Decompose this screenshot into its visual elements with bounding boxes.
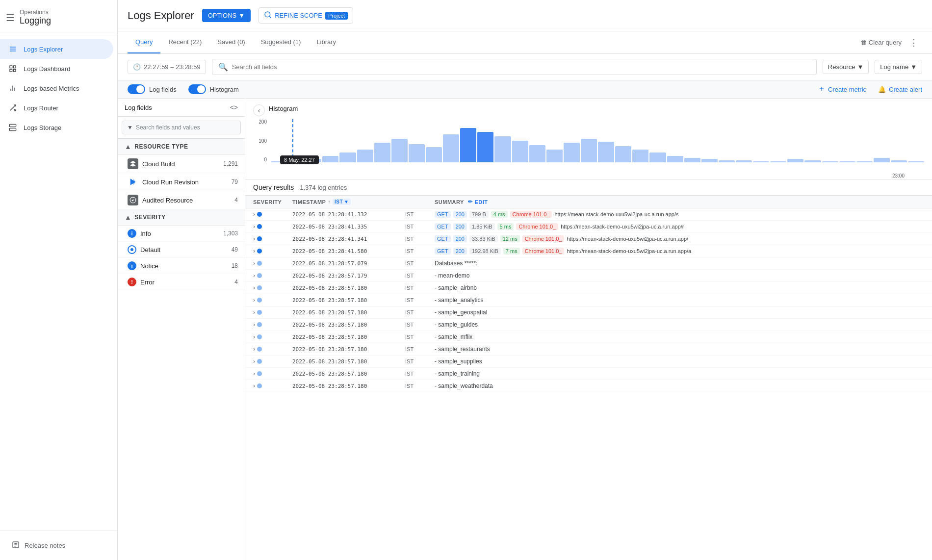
table-row[interactable]: ›2022-05-08 23:28:57.180IST- sample_mfli…	[245, 331, 932, 343]
expand-icon[interactable]: ›	[253, 284, 255, 291]
info-dot	[257, 212, 262, 217]
col-timestamp[interactable]: TIMESTAMP ↑ IST ▼	[292, 199, 405, 205]
time-picker[interactable]: 🕐 22:27:59 – 23:28:59	[128, 60, 206, 74]
severity-section[interactable]: ▲ SEVERITY	[118, 209, 245, 226]
edit-columns-button[interactable]: ✏ EDIT	[468, 199, 488, 205]
expand-icon[interactable]: ›	[253, 309, 255, 316]
histogram-bar	[822, 161, 838, 162]
histogram-bar	[719, 160, 735, 162]
table-row[interactable]: ›2022-05-08 23:28:57.079ISTDatabases ***…	[245, 257, 932, 270]
size-badge: 1.85 KiB	[469, 223, 495, 230]
expand-icon[interactable]: ›	[253, 272, 255, 279]
expand-icon[interactable]: ›	[253, 297, 255, 304]
table-row[interactable]: ›2022-05-08 23:28:41.335ISTGET2001.85 Ki…	[245, 221, 932, 233]
severity-notice[interactable]: i Notice 18	[118, 258, 245, 274]
tab-suggested[interactable]: Suggested (1)	[253, 31, 309, 53]
log-name-dropdown[interactable]: Log name ▼	[875, 60, 922, 74]
sidebar-item-logs-explorer[interactable]: Logs Explorer	[0, 39, 113, 59]
resource-type-section[interactable]: ▲ RESOURCE TYPE	[118, 139, 245, 155]
expand-icon[interactable]: ›	[253, 223, 255, 230]
histogram-toggle[interactable]	[188, 84, 206, 94]
sidebar-item-label: Logs Explorer	[24, 46, 63, 53]
histogram-toggle-label: Histogram	[210, 86, 239, 93]
create-alert-button[interactable]: 🔔 Create alert	[878, 86, 922, 93]
severity-cell: ›	[253, 309, 292, 316]
tz-badge[interactable]: IST ▼	[333, 199, 351, 205]
sidebar-item-logs-metrics[interactable]: Logs-based Metrics	[0, 78, 113, 98]
default-severity-icon	[128, 245, 136, 254]
tz-cell: IST	[405, 224, 435, 229]
severity-error[interactable]: ! Error 4	[118, 274, 245, 290]
clear-query-button[interactable]: 🗑 Clear query	[860, 39, 902, 46]
table-row[interactable]: ›2022-05-08 23:28:57.180IST- sample_anal…	[245, 294, 932, 306]
summary-cell: Databases *****:	[435, 260, 924, 267]
severity-info[interactable]: i Info 1,303	[118, 226, 245, 242]
create-metric-button[interactable]: Create metric	[818, 85, 866, 94]
search-input[interactable]	[232, 63, 810, 71]
expand-icon[interactable]: ›	[253, 382, 255, 389]
tab-saved[interactable]: Saved (0)	[209, 31, 253, 53]
log-fields-toggle[interactable]	[128, 84, 145, 94]
cloud-run-icon	[128, 177, 138, 187]
expand-icon[interactable]: ›	[253, 260, 255, 267]
table-row[interactable]: ›2022-05-08 23:28:41.341ISTGET20033.83 K…	[245, 233, 932, 245]
table-row[interactable]: ›2022-05-08 23:28:57.180IST- sample_supp…	[245, 356, 932, 368]
resource-dropdown[interactable]: Resource ▼	[823, 60, 869, 74]
svg-rect-4	[13, 66, 16, 68]
default-dot	[257, 347, 262, 352]
timestamp-cell: 2022-05-08 23:28:57.180	[292, 358, 405, 365]
expand-icon[interactable]: ›	[253, 235, 255, 242]
fields-search-input[interactable]: ▼ Search fields and values	[122, 121, 241, 134]
histogram-bar	[736, 160, 752, 162]
more-options-icon[interactable]: ⋮	[906, 37, 922, 48]
svg-point-20	[265, 12, 270, 17]
release-notes-link[interactable]: Release notes	[8, 537, 109, 554]
sidebar-item-logs-dashboard[interactable]: Logs Dashboard	[0, 59, 113, 78]
refine-scope-button[interactable]: REFINE SCOPE Project	[259, 7, 353, 24]
histogram-bar	[409, 144, 425, 162]
table-row[interactable]: ›2022-05-08 23:28:41.580ISTGET200192.98 …	[245, 245, 932, 257]
expand-icon[interactable]: ›	[253, 211, 255, 218]
sidebar-item-logs-router[interactable]: Logs Router	[0, 98, 113, 118]
table-row[interactable]: ›2022-05-08 23:28:57.180IST- sample_guid…	[245, 319, 932, 331]
table-row[interactable]: ›2022-05-08 23:28:57.180IST- sample_rest…	[245, 343, 932, 356]
sidebar-item-logs-storage[interactable]: Logs Storage	[0, 118, 113, 137]
default-severity-count: 49	[232, 246, 238, 253]
expand-icon[interactable]: ›	[253, 346, 255, 353]
table-row[interactable]: ›2022-05-08 23:28:57.179IST- mean-demo	[245, 270, 932, 282]
expand-icon[interactable]: ›	[253, 248, 255, 255]
default-dot	[257, 383, 262, 388]
audited-count: 4	[234, 197, 238, 204]
expand-icon[interactable]: ›	[253, 321, 255, 328]
sort-icon: ↑	[328, 199, 331, 204]
menu-icon[interactable]: ☰	[6, 12, 15, 24]
expand-icon[interactable]: ›	[253, 358, 255, 365]
summary-text: - sample_supplies	[435, 358, 482, 365]
clear-query-label: Clear query	[869, 39, 902, 46]
severity-default[interactable]: Default 49	[118, 242, 245, 258]
severity-chevron-icon: ▲	[125, 213, 131, 221]
summary-cell: GET2001.85 KiB5 msChrome 101.0_https://m…	[435, 223, 924, 230]
field-item-cloud-build[interactable]: Cloud Build 1,291	[118, 155, 245, 173]
histogram-bar	[460, 128, 476, 162]
tab-recent[interactable]: Recent (22)	[160, 31, 209, 53]
notice-severity-icon: i	[128, 261, 136, 270]
table-row[interactable]: ›2022-05-08 23:28:57.180IST- sample_geos…	[245, 306, 932, 319]
table-row[interactable]: ›2022-05-08 23:28:57.180IST- sample_weat…	[245, 380, 932, 392]
tab-query[interactable]: Query	[128, 31, 160, 53]
histogram-prev-button[interactable]: ‹	[253, 104, 265, 116]
agent-badge: Chrome 101.0_	[522, 235, 565, 242]
log-fields-toggle-label: Log fields	[149, 86, 177, 93]
expand-icon[interactable]: ›	[253, 333, 255, 340]
field-item-cloud-run[interactable]: Cloud Run Revision 79	[118, 173, 245, 191]
table-row[interactable]: ›2022-05-08 23:28:41.332ISTGET200799 B4 …	[245, 208, 932, 221]
table-row[interactable]: ›2022-05-08 23:28:57.180IST- sample_airb…	[245, 282, 932, 294]
svg-rect-6	[13, 69, 16, 72]
panel-actions[interactable]: <>	[230, 103, 238, 111]
table-row[interactable]: ›2022-05-08 23:28:57.180IST- sample_trai…	[245, 368, 932, 380]
log-name-label: Log name	[880, 63, 908, 71]
options-button[interactable]: OPTIONS ▼	[202, 9, 251, 22]
expand-icon[interactable]: ›	[253, 370, 255, 377]
tab-library[interactable]: Library	[309, 31, 344, 53]
field-item-audited[interactable]: Audited Resource 4	[118, 191, 245, 209]
